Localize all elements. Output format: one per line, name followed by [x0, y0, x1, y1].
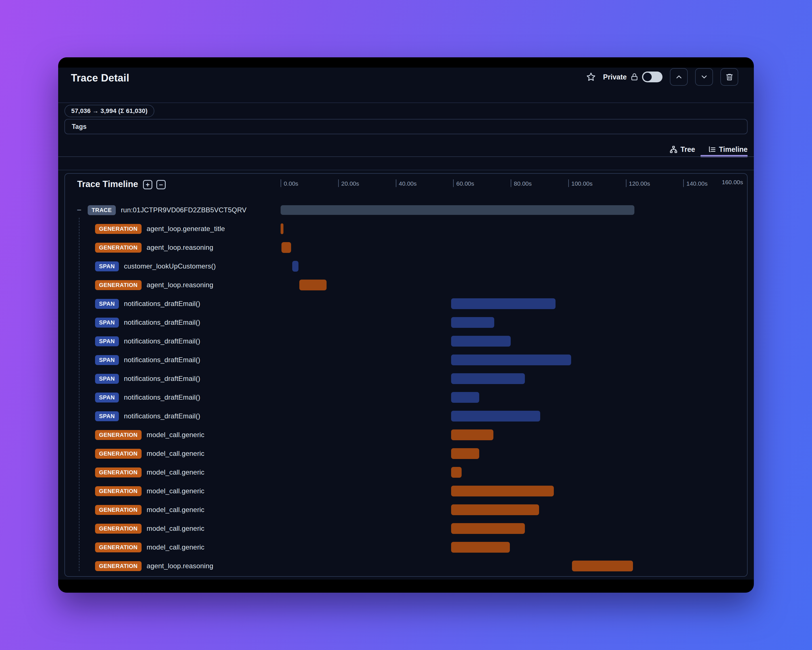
- observation-type-badge: SPAN: [95, 318, 119, 327]
- timeline-row[interactable]: GENERATION agent_loop.generate_title: [65, 219, 747, 238]
- axis-tick: 60.00s: [453, 179, 474, 187]
- observation-type-badge: SPAN: [95, 336, 119, 346]
- chevron-up-icon: [675, 73, 683, 81]
- row-info: GENERATION model_call.generic: [65, 538, 205, 557]
- duration-bar[interactable]: [281, 205, 634, 215]
- timeline-row[interactable]: GENERATION model_call.generic: [65, 444, 747, 463]
- delete-trace-button[interactable]: [720, 68, 738, 86]
- timeline-row[interactable]: GENERATION model_call.generic: [65, 425, 747, 444]
- duration-bar[interactable]: [451, 486, 554, 496]
- duration-bar[interactable]: [451, 317, 494, 328]
- chevron-down-icon: [700, 73, 708, 81]
- timeline-row[interactable]: GENERATION agent_loop.reasoning: [65, 557, 747, 575]
- duration-bar[interactable]: [451, 448, 479, 459]
- duration-bar[interactable]: [451, 467, 461, 478]
- zoom-in-button[interactable]: +: [143, 180, 153, 189]
- tick-label: 100.00s: [571, 179, 593, 187]
- observation-name: notifications_draftEmail(): [124, 356, 200, 364]
- observation-type-badge: GENERATION: [95, 449, 142, 459]
- duration-bar[interactable]: [292, 261, 298, 272]
- row-info: SPAN notifications_draftEmail(): [65, 350, 200, 369]
- tags-container[interactable]: Tags: [64, 119, 748, 134]
- axis-tick: 80.00s: [511, 179, 532, 187]
- observation-type-badge: SPAN: [95, 299, 119, 309]
- collapse-toggle-icon[interactable]: −: [76, 206, 82, 214]
- duration-bar[interactable]: [281, 223, 284, 234]
- timeline-row[interactable]: GENERATION agent_loop.reasoning: [65, 238, 747, 257]
- privacy-control: Private: [603, 72, 662, 82]
- tabs-divider: [58, 156, 754, 157]
- timeline-row[interactable]: GENERATION model_call.generic: [65, 519, 747, 538]
- duration-bar[interactable]: [451, 336, 511, 347]
- timeline-row[interactable]: GENERATION model_call.generic: [65, 500, 747, 519]
- duration-bar[interactable]: [572, 561, 633, 571]
- observation-name: model_call.generic: [147, 468, 205, 476]
- observation-type-badge: GENERATION: [95, 543, 142, 552]
- observation-name: model_call.generic: [147, 525, 205, 532]
- observation-type-badge: GENERATION: [95, 430, 142, 440]
- trace-detail-window: Trace Detail Private: [58, 57, 754, 593]
- privacy-toggle[interactable]: [642, 72, 662, 82]
- observation-type-badge: GENERATION: [95, 224, 142, 234]
- timeline-row[interactable]: SPAN notifications_draftEmail(): [65, 407, 747, 425]
- duration-bar[interactable]: [451, 542, 510, 553]
- duration-bar[interactable]: [451, 523, 525, 534]
- expand-all-button[interactable]: [695, 68, 713, 86]
- observation-type-badge: SPAN: [95, 355, 119, 365]
- timeline-rows: − TRACE run:01JCTPR9VD06FD2ZBB5VCT5QRV G…: [65, 201, 747, 575]
- zoom-out-button[interactable]: −: [156, 180, 166, 189]
- timeline-row[interactable]: GENERATION model_call.generic: [65, 482, 747, 500]
- timeline-row[interactable]: GENERATION model_call.generic: [65, 538, 747, 557]
- token-usage-badge[interactable]: 57,036 → 3,994 (Σ 61,030): [64, 105, 154, 117]
- timeline-row[interactable]: SPAN notifications_draftEmail(): [65, 313, 747, 332]
- observation-name: notifications_draftEmail(): [124, 412, 200, 420]
- observation-type-badge: GENERATION: [95, 468, 142, 477]
- duration-bar[interactable]: [451, 505, 539, 515]
- toggle-knob: [643, 73, 652, 81]
- row-info: GENERATION model_call.generic: [65, 463, 205, 482]
- timeline-row[interactable]: − TRACE run:01JCTPR9VD06FD2ZBB5VCT5QRV: [65, 201, 747, 219]
- observation-name: agent_loop.reasoning: [147, 562, 213, 570]
- tab-timeline[interactable]: Timeline: [708, 145, 748, 154]
- trace-timeline-panel: Trace Timeline + − 0.00s20.00s40.00s60.0…: [64, 173, 748, 577]
- timeline-row[interactable]: GENERATION model_call.generic: [65, 463, 747, 482]
- star-icon[interactable]: [586, 72, 596, 82]
- duration-bar[interactable]: [451, 373, 525, 384]
- timeline-title: Trace Timeline: [77, 179, 138, 189]
- window-content: Trace Detail Private: [58, 67, 754, 580]
- duration-bar[interactable]: [451, 430, 493, 440]
- duration-bar[interactable]: [299, 280, 327, 291]
- timeline-row[interactable]: SPAN notifications_draftEmail(): [65, 294, 747, 313]
- row-info: − TRACE run:01JCTPR9VD06FD2ZBB5VCT5QRV: [65, 201, 247, 219]
- timeline-row[interactable]: GENERATION agent_loop.reasoning: [65, 275, 747, 294]
- row-info: GENERATION agent_loop.generate_title: [65, 219, 225, 238]
- timeline-row[interactable]: SPAN notifications_draftEmail(): [65, 369, 747, 388]
- section-divider: [58, 170, 754, 170]
- row-info: SPAN notifications_draftEmail(): [65, 294, 200, 313]
- timeline-row[interactable]: SPAN customer_lookUpCustomers(): [65, 257, 747, 275]
- observation-name: agent_loop.generate_title: [147, 225, 225, 233]
- timeline-row[interactable]: SPAN notifications_draftEmail(): [65, 388, 747, 407]
- tick-mark: [511, 179, 511, 187]
- row-info: GENERATION agent_loop.reasoning: [65, 275, 213, 294]
- tick-label: 60.00s: [456, 179, 474, 187]
- timeline-row[interactable]: SPAN notifications_draftEmail(): [65, 350, 747, 369]
- tab-tree[interactable]: Tree: [669, 145, 695, 154]
- observation-name: agent_loop.reasoning: [147, 281, 213, 289]
- duration-bar[interactable]: [451, 355, 571, 365]
- page-title: Trace Detail: [71, 72, 130, 84]
- lock-icon: [630, 73, 639, 81]
- duration-bar[interactable]: [451, 392, 479, 403]
- duration-bar[interactable]: [451, 298, 556, 309]
- row-info: SPAN notifications_draftEmail(): [65, 388, 200, 407]
- duration-bar[interactable]: [281, 242, 291, 253]
- duration-bar[interactable]: [451, 411, 540, 422]
- tick-mark: [396, 179, 396, 187]
- row-info: SPAN notifications_draftEmail(): [65, 313, 200, 332]
- row-info: SPAN notifications_draftEmail(): [65, 407, 200, 425]
- timeline-row[interactable]: SPAN notifications_draftEmail(): [65, 332, 747, 350]
- collapse-all-button[interactable]: [670, 68, 688, 86]
- observation-type-badge: SPAN: [95, 393, 119, 402]
- row-info: GENERATION model_call.generic: [65, 444, 205, 463]
- axis-tick: 100.00s: [568, 179, 593, 187]
